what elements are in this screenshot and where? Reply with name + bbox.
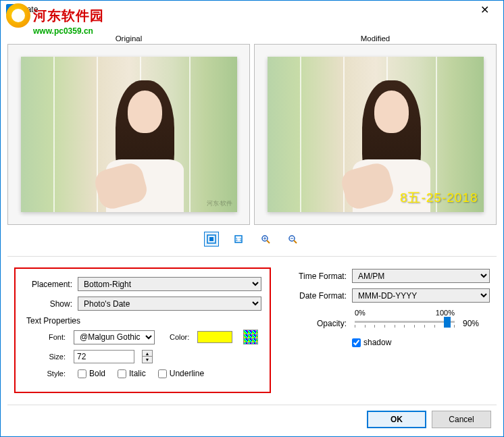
show-select[interactable]: Photo's Date	[78, 297, 261, 311]
modified-preview: 8五-25-2018	[254, 44, 497, 225]
size-spinner-down[interactable]: ▼	[143, 357, 152, 363]
color-picker-button[interactable]	[243, 330, 258, 344]
photo-watermark: 河东·软件	[207, 199, 233, 208]
svg-rect-1	[209, 237, 213, 241]
preview-area: Original 河东·软件 Modified 8五-25-2018	[1, 32, 503, 225]
opacity-slider-area: 0% 100%	[352, 309, 457, 328]
opacity-min-label: 0%	[355, 309, 366, 317]
format-settings-group: Time Format: AM/PM Date Format: MMM-DD-Y…	[291, 267, 490, 393]
zoom-toolbar: 1:1	[1, 225, 503, 253]
text-settings-group: Placement: Bottom-Right Show: Photo's Da…	[14, 267, 271, 393]
text-properties-heading: Text Properties	[26, 316, 261, 326]
dialog-buttons: OK Cancel	[367, 411, 491, 428]
modified-photo: 8五-25-2018	[268, 57, 484, 212]
fit-screen-button[interactable]	[204, 232, 219, 247]
shadow-checkbox-item[interactable]: shadow	[352, 338, 490, 347]
font-label: Font:	[36, 333, 66, 341]
date-format-label: Date Format:	[291, 291, 352, 301]
divider	[7, 256, 497, 257]
italic-checkbox-item[interactable]: Italic	[118, 369, 146, 378]
window-icon	[6, 4, 17, 15]
settings-area: Placement: Bottom-Right Show: Photo's Da…	[1, 259, 503, 401]
placement-select[interactable]: Bottom-Right	[78, 277, 261, 291]
color-label: Color:	[170, 333, 189, 341]
bold-checkbox-item[interactable]: Bold	[78, 369, 105, 378]
font-select[interactable]: @Malgun Gothic	[74, 330, 155, 344]
modified-label: Modified	[254, 34, 497, 43]
size-input[interactable]	[74, 350, 134, 363]
actual-size-button[interactable]: 1:1	[231, 232, 246, 247]
opacity-slider[interactable]	[355, 321, 455, 323]
date-stamp-overlay: 8五-25-2018	[400, 189, 478, 207]
shadow-checkbox[interactable]	[352, 338, 361, 347]
underline-checkbox-item[interactable]: Underline	[158, 369, 204, 378]
opacity-max-label: 100%	[436, 309, 455, 317]
bold-checkbox[interactable]	[78, 369, 86, 378]
opacity-label: Opacity:	[291, 308, 352, 328]
show-label: Show:	[24, 299, 78, 309]
original-photo: 河东·软件	[21, 57, 237, 212]
ok-button[interactable]: OK	[367, 411, 426, 428]
original-label: Original	[7, 34, 250, 43]
size-spinner-up[interactable]: ▲	[143, 351, 152, 357]
time-format-select[interactable]: AM/PM	[352, 269, 490, 283]
zoom-in-button[interactable]	[258, 232, 273, 247]
zoom-out-button[interactable]	[285, 232, 300, 247]
color-swatch[interactable]	[197, 331, 232, 343]
cancel-button[interactable]: Cancel	[432, 411, 491, 428]
placement-label: Placement:	[24, 280, 78, 289]
italic-checkbox[interactable]	[118, 369, 126, 378]
svg-text:1:1: 1:1	[235, 237, 242, 242]
time-format-label: Time Format:	[291, 272, 352, 281]
original-preview: 河东·软件	[7, 44, 250, 225]
date-format-select[interactable]: MMM-DD-YYYY	[352, 288, 490, 303]
size-spinner[interactable]: ▲▼	[142, 350, 153, 363]
window-title: Date	[21, 5, 38, 14]
size-label: Size:	[36, 353, 66, 361]
style-label: Style:	[36, 369, 66, 378]
opacity-value: 90%	[463, 308, 490, 328]
titlebar: Date ✕	[1, 1, 503, 18]
close-button[interactable]: ✕	[471, 1, 498, 18]
opacity-slider-thumb[interactable]	[444, 317, 451, 328]
underline-checkbox[interactable]	[158, 369, 167, 378]
svg-line-5	[267, 240, 270, 243]
shadow-label: shadow	[363, 338, 391, 347]
svg-line-9	[294, 240, 297, 243]
button-divider	[7, 405, 497, 405]
